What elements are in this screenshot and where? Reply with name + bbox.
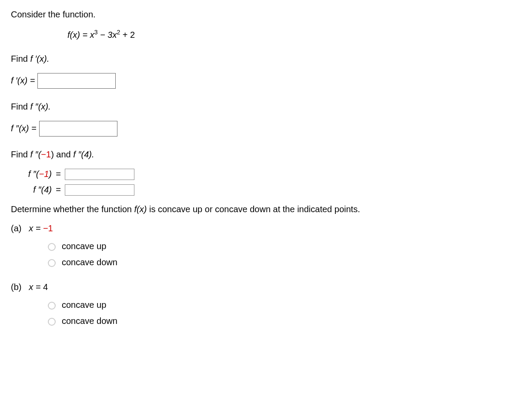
q3-row1-label: f ″(−1) bbox=[11, 169, 52, 179]
q3-row2-eq: = bbox=[52, 185, 65, 195]
formula-arg: (x) = x bbox=[70, 30, 94, 40]
formula-end: + 2 bbox=[120, 30, 135, 40]
q1-prompt: Find f ′(x). bbox=[11, 53, 511, 64]
q3-row2-label: f ″(4) bbox=[11, 185, 52, 195]
part-a-opt2-text: concave down bbox=[62, 257, 117, 267]
q1-label: f ′(x) = bbox=[11, 76, 35, 86]
part-b-label: (b) x = 4 bbox=[11, 282, 511, 292]
q4-post: is concave up or concave down at the ind… bbox=[147, 204, 360, 214]
function-formula: f(x) = x3 − 3x2 + 2 bbox=[67, 29, 511, 40]
part-a-letter: (a) bbox=[11, 223, 21, 233]
q3-row1-eq: = bbox=[52, 169, 65, 179]
q2-prompt: Find f ″(x). bbox=[11, 101, 511, 112]
q3-a: f ″( bbox=[30, 150, 41, 159]
q2-prompt-pre: Find bbox=[11, 102, 30, 111]
part-b-option-down[interactable]: concave down bbox=[46, 316, 511, 326]
q2-label: f ″(x) = bbox=[11, 123, 37, 133]
formula-mid: − 3x bbox=[97, 30, 117, 40]
fdp-neg1-input[interactable] bbox=[65, 169, 134, 180]
part-b-xpre: x = bbox=[29, 282, 43, 292]
fprime-input[interactable] bbox=[37, 73, 116, 89]
part-b-letter: (b) bbox=[11, 282, 21, 292]
intro-text: Consider the function. bbox=[11, 9, 511, 20]
part-a-xval: −1 bbox=[43, 223, 53, 233]
part-b-opt2-text: concave down bbox=[62, 316, 117, 326]
q1-prompt-pre: Find bbox=[11, 54, 30, 63]
q1-prompt-fx: f ′(x). bbox=[30, 54, 49, 63]
q3-b: f ″(4). bbox=[73, 150, 94, 159]
radio-a-up[interactable] bbox=[48, 243, 56, 251]
q4-pre: Determine whether the function bbox=[11, 204, 134, 214]
part-b-xval: 4 bbox=[43, 282, 48, 292]
part-a-option-up[interactable]: concave up bbox=[46, 241, 511, 251]
q3-mid: ) and bbox=[51, 150, 73, 159]
q2-prompt-fx: f ″(x). bbox=[30, 102, 50, 111]
q4-fx: f(x) bbox=[134, 204, 147, 214]
part-b-opt1-text: concave up bbox=[62, 300, 106, 310]
radio-b-up[interactable] bbox=[48, 302, 56, 310]
q3-prompt: Find f ″(−1) and f ″(4). bbox=[11, 149, 511, 160]
fdoubleprime-input[interactable] bbox=[39, 121, 117, 137]
part-a-option-down[interactable]: concave down bbox=[46, 257, 511, 267]
q3-pre: Find bbox=[11, 150, 30, 159]
part-a-opt1-text: concave up bbox=[62, 241, 106, 251]
q3-row1-neg1: −1 bbox=[39, 169, 49, 179]
q4-prompt: Determine whether the function f(x) is c… bbox=[11, 203, 511, 215]
fdp-4-input[interactable] bbox=[65, 184, 134, 196]
radio-a-down[interactable] bbox=[48, 259, 56, 267]
radio-b-down[interactable] bbox=[48, 318, 56, 326]
part-a-label: (a) x = −1 bbox=[11, 223, 511, 233]
part-a-xpre: x = bbox=[29, 223, 43, 233]
q3-neg1: −1 bbox=[41, 150, 51, 159]
part-b-option-up[interactable]: concave up bbox=[46, 300, 511, 310]
